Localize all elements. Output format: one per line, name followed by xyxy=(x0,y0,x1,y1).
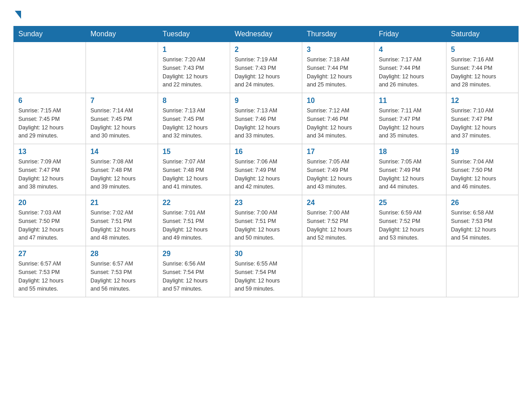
day-number: 14 xyxy=(90,148,153,156)
calendar-cell: 15Sunrise: 7:07 AM Sunset: 7:48 PM Dayli… xyxy=(158,144,230,195)
calendar-cell xyxy=(86,42,158,93)
calendar-cell: 29Sunrise: 6:56 AM Sunset: 7:54 PM Dayli… xyxy=(158,246,230,297)
day-info: Sunrise: 7:14 AM Sunset: 7:45 PM Dayligh… xyxy=(90,107,153,140)
day-info: Sunrise: 7:13 AM Sunset: 7:46 PM Dayligh… xyxy=(235,107,297,140)
day-number: 25 xyxy=(379,199,442,207)
calendar-cell: 2Sunrise: 7:19 AM Sunset: 7:43 PM Daylig… xyxy=(230,42,302,93)
day-info: Sunrise: 7:11 AM Sunset: 7:47 PM Dayligh… xyxy=(379,107,442,140)
day-number: 19 xyxy=(451,148,514,156)
calendar-cell: 20Sunrise: 7:03 AM Sunset: 7:50 PM Dayli… xyxy=(14,195,86,246)
day-number: 8 xyxy=(163,97,225,105)
calendar-cell: 5Sunrise: 7:16 AM Sunset: 7:44 PM Daylig… xyxy=(446,42,519,93)
day-number: 18 xyxy=(379,148,442,156)
week-row-2: 13Sunrise: 7:09 AM Sunset: 7:47 PM Dayli… xyxy=(14,144,519,195)
day-number: 22 xyxy=(163,199,225,207)
calendar-cell: 23Sunrise: 7:00 AM Sunset: 7:51 PM Dayli… xyxy=(230,195,302,246)
day-info: Sunrise: 6:56 AM Sunset: 7:54 PM Dayligh… xyxy=(163,260,225,293)
calendar-cell: 16Sunrise: 7:06 AM Sunset: 7:49 PM Dayli… xyxy=(230,144,302,195)
calendar-cell: 1Sunrise: 7:20 AM Sunset: 7:43 PM Daylig… xyxy=(158,42,230,93)
day-info: Sunrise: 7:01 AM Sunset: 7:51 PM Dayligh… xyxy=(163,209,225,242)
calendar-cell: 7Sunrise: 7:14 AM Sunset: 7:45 PM Daylig… xyxy=(86,93,158,144)
day-info: Sunrise: 7:20 AM Sunset: 7:43 PM Dayligh… xyxy=(163,56,225,89)
day-number: 12 xyxy=(451,97,514,105)
calendar-cell: 10Sunrise: 7:12 AM Sunset: 7:46 PM Dayli… xyxy=(302,93,374,144)
day-number: 9 xyxy=(235,97,297,105)
day-number: 13 xyxy=(18,148,81,156)
day-info: Sunrise: 7:16 AM Sunset: 7:44 PM Dayligh… xyxy=(451,56,514,89)
calendar-cell: 30Sunrise: 6:55 AM Sunset: 7:54 PM Dayli… xyxy=(230,246,302,297)
day-number: 4 xyxy=(379,46,442,54)
page-header xyxy=(13,9,519,17)
day-info: Sunrise: 7:00 AM Sunset: 7:51 PM Dayligh… xyxy=(235,209,297,242)
weekday-header-friday: Friday xyxy=(374,26,446,42)
calendar-cell: 3Sunrise: 7:18 AM Sunset: 7:44 PM Daylig… xyxy=(302,42,374,93)
calendar-cell: 25Sunrise: 6:59 AM Sunset: 7:52 PM Dayli… xyxy=(374,195,446,246)
day-info: Sunrise: 7:09 AM Sunset: 7:47 PM Dayligh… xyxy=(18,158,81,191)
calendar-cell: 27Sunrise: 6:57 AM Sunset: 7:53 PM Dayli… xyxy=(14,246,86,297)
day-number: 29 xyxy=(163,250,225,258)
calendar-cell: 17Sunrise: 7:05 AM Sunset: 7:49 PM Dayli… xyxy=(302,144,374,195)
calendar-cell: 11Sunrise: 7:11 AM Sunset: 7:47 PM Dayli… xyxy=(374,93,446,144)
day-number: 1 xyxy=(163,46,225,54)
calendar-table: SundayMondayTuesdayWednesdayThursdayFrid… xyxy=(13,26,519,297)
day-info: Sunrise: 6:59 AM Sunset: 7:52 PM Dayligh… xyxy=(379,209,442,242)
calendar-cell: 24Sunrise: 7:00 AM Sunset: 7:52 PM Dayli… xyxy=(302,195,374,246)
day-number: 6 xyxy=(18,97,81,105)
day-info: Sunrise: 7:00 AM Sunset: 7:52 PM Dayligh… xyxy=(307,209,369,242)
day-info: Sunrise: 7:12 AM Sunset: 7:46 PM Dayligh… xyxy=(307,107,369,140)
week-row-4: 27Sunrise: 6:57 AM Sunset: 7:53 PM Dayli… xyxy=(14,246,519,297)
day-info: Sunrise: 6:57 AM Sunset: 7:53 PM Dayligh… xyxy=(18,260,81,293)
week-row-0: 1Sunrise: 7:20 AM Sunset: 7:43 PM Daylig… xyxy=(14,42,519,93)
day-info: Sunrise: 7:07 AM Sunset: 7:48 PM Dayligh… xyxy=(163,158,225,191)
day-number: 7 xyxy=(90,97,153,105)
calendar-cell: 4Sunrise: 7:17 AM Sunset: 7:44 PM Daylig… xyxy=(374,42,446,93)
day-info: Sunrise: 7:08 AM Sunset: 7:48 PM Dayligh… xyxy=(90,158,153,191)
day-info: Sunrise: 7:04 AM Sunset: 7:50 PM Dayligh… xyxy=(451,158,514,191)
day-number: 30 xyxy=(235,250,297,258)
day-number: 24 xyxy=(307,199,369,207)
day-info: Sunrise: 6:58 AM Sunset: 7:53 PM Dayligh… xyxy=(451,209,514,242)
weekday-header-row: SundayMondayTuesdayWednesdayThursdayFrid… xyxy=(14,26,519,42)
calendar-cell: 22Sunrise: 7:01 AM Sunset: 7:51 PM Dayli… xyxy=(158,195,230,246)
calendar-cell: 6Sunrise: 7:15 AM Sunset: 7:45 PM Daylig… xyxy=(14,93,86,144)
calendar-cell: 8Sunrise: 7:13 AM Sunset: 7:45 PM Daylig… xyxy=(158,93,230,144)
day-number: 3 xyxy=(307,46,369,54)
calendar-cell: 21Sunrise: 7:02 AM Sunset: 7:51 PM Dayli… xyxy=(86,195,158,246)
weekday-header-tuesday: Tuesday xyxy=(158,26,230,42)
weekday-header-sunday: Sunday xyxy=(14,26,86,42)
weekday-header-saturday: Saturday xyxy=(446,26,519,42)
calendar-cell: 28Sunrise: 6:57 AM Sunset: 7:53 PM Dayli… xyxy=(86,246,158,297)
calendar-cell xyxy=(302,246,374,297)
day-number: 17 xyxy=(307,148,369,156)
day-number: 2 xyxy=(235,46,297,54)
day-number: 28 xyxy=(90,250,153,258)
day-info: Sunrise: 7:18 AM Sunset: 7:44 PM Dayligh… xyxy=(307,56,369,89)
day-number: 11 xyxy=(379,97,442,105)
calendar-cell: 14Sunrise: 7:08 AM Sunset: 7:48 PM Dayli… xyxy=(86,144,158,195)
day-number: 5 xyxy=(451,46,514,54)
day-info: Sunrise: 7:10 AM Sunset: 7:47 PM Dayligh… xyxy=(451,107,514,140)
weekday-header-wednesday: Wednesday xyxy=(230,26,302,42)
day-number: 23 xyxy=(235,199,297,207)
day-number: 15 xyxy=(163,148,225,156)
logo-triangle-icon xyxy=(15,11,21,19)
week-row-1: 6Sunrise: 7:15 AM Sunset: 7:45 PM Daylig… xyxy=(14,93,519,144)
calendar-cell: 13Sunrise: 7:09 AM Sunset: 7:47 PM Dayli… xyxy=(14,144,86,195)
calendar-cell: 19Sunrise: 7:04 AM Sunset: 7:50 PM Dayli… xyxy=(446,144,519,195)
week-row-3: 20Sunrise: 7:03 AM Sunset: 7:50 PM Dayli… xyxy=(14,195,519,246)
day-number: 26 xyxy=(451,199,514,207)
day-info: Sunrise: 7:15 AM Sunset: 7:45 PM Dayligh… xyxy=(18,107,81,140)
day-info: Sunrise: 7:19 AM Sunset: 7:43 PM Dayligh… xyxy=(235,56,297,89)
day-info: Sunrise: 7:05 AM Sunset: 7:49 PM Dayligh… xyxy=(307,158,369,191)
logo xyxy=(13,9,21,17)
weekday-header-thursday: Thursday xyxy=(302,26,374,42)
day-info: Sunrise: 7:02 AM Sunset: 7:51 PM Dayligh… xyxy=(90,209,153,242)
day-info: Sunrise: 7:05 AM Sunset: 7:49 PM Dayligh… xyxy=(379,158,442,191)
day-info: Sunrise: 6:55 AM Sunset: 7:54 PM Dayligh… xyxy=(235,260,297,293)
day-info: Sunrise: 6:57 AM Sunset: 7:53 PM Dayligh… xyxy=(90,260,153,293)
calendar-cell xyxy=(14,42,86,93)
day-number: 27 xyxy=(18,250,81,258)
day-number: 20 xyxy=(18,199,81,207)
day-info: Sunrise: 7:13 AM Sunset: 7:45 PM Dayligh… xyxy=(163,107,225,140)
calendar-cell: 9Sunrise: 7:13 AM Sunset: 7:46 PM Daylig… xyxy=(230,93,302,144)
